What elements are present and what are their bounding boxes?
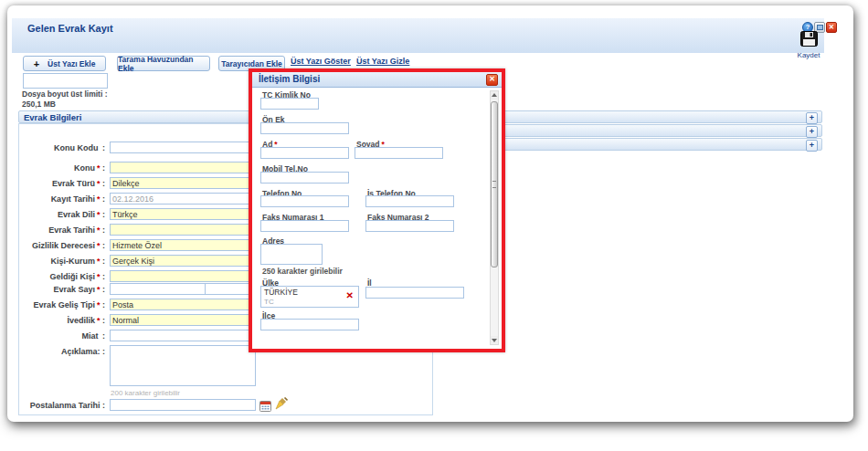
ulke-combo[interactable]: TÜRKİYE TC ✕ [260, 286, 359, 308]
evrak-dili-input[interactable] [110, 208, 267, 220]
expand-plus-icon[interactable]: + [806, 112, 818, 124]
ulke-value: TÜRKİYE [264, 288, 298, 297]
kayit-tarihi-input[interactable] [110, 193, 267, 205]
postalanma-tarihi-input[interactable] [110, 399, 256, 411]
evrak-turu-label: Evrak Türü* [20, 179, 105, 188]
miat-input[interactable] [110, 330, 267, 341]
kisi-kurum-input[interactable] [110, 255, 267, 267]
miat-label: Miat [20, 331, 105, 341]
mobil-tel-input[interactable] [260, 172, 349, 184]
evrak-bilgileri-title: Evrak Bilgileri [24, 112, 81, 122]
scanner-label: Tarayıcıdan Ekle [221, 59, 281, 68]
aciklama-charnote: 200 karakter girilebilir [111, 389, 180, 397]
scroll-down-icon[interactable] [491, 336, 498, 344]
ilce-input[interactable] [260, 319, 359, 330]
expand-plus-icon[interactable]: + [806, 126, 818, 138]
aciklama-label: Açıklama: [20, 347, 105, 356]
evrak-turu-input[interactable] [110, 177, 267, 189]
evrak-tarihi-label: Evrak Tarihi* [20, 226, 105, 235]
modal-close-icon[interactable]: ✕ [486, 74, 498, 86]
modal-title: İletişim Bilgisi [259, 74, 320, 84]
faks2-input[interactable] [365, 220, 454, 232]
scroll-up-icon[interactable] [491, 91, 498, 100]
restore-glyph [817, 25, 823, 30]
ivedilik-input[interactable] [110, 314, 267, 326]
clear-date-broom-icon[interactable] [274, 397, 287, 410]
ulke-clear-icon[interactable]: ✕ [346, 291, 354, 300]
kisi-kurum-label: Kişi-Kurum* [20, 257, 105, 266]
geldigi-kisi-label: Geldiği Kişi* [20, 272, 105, 281]
ulke-code: TC [264, 298, 274, 306]
add-cover-letter-button[interactable]: + Üst Yazı Ekle [23, 56, 106, 71]
scan-pool-button[interactable]: Tarama Havuzundan Ekle [117, 56, 210, 71]
on-ek-input[interactable] [260, 122, 349, 134]
aciklama-textarea[interactable] [110, 345, 256, 386]
ad-input[interactable] [260, 147, 349, 159]
scrollbar-thumb[interactable] [491, 101, 498, 267]
scrollbar-grip [492, 181, 496, 188]
tc-kimlik-input[interactable] [260, 98, 319, 110]
hide-cover-letter-link[interactable]: Üst Yazı Gizle [356, 57, 409, 66]
save-button[interactable]: Kaydet [789, 31, 828, 59]
expand-plus-icon[interactable]: + [806, 140, 818, 152]
faks1-input[interactable] [260, 220, 349, 232]
konu-input[interactable] [110, 162, 267, 173]
modal-scrollbar[interactable] [490, 90, 499, 345]
adres-textarea[interactable] [260, 244, 323, 265]
red-highlight-frame: İletişim Bilgisi ✕ TC Kimlik No Ön Ek Ad… [249, 68, 505, 352]
screen: Gelen Evrak Kayıt ? ✕ Kaydet + Üst Yazı … [0, 0, 868, 451]
ivedilik-label: İvedilik* [20, 316, 105, 325]
evrak-gelis-tipi-label: Evrak Geliş Tipi* [20, 300, 105, 309]
app-window: Gelen Evrak Kayıt ? ✕ Kaydet + Üst Yazı … [7, 5, 853, 422]
upload-file-box[interactable] [23, 73, 108, 89]
gizlilik-derecesi-label: Gizlilik Derecesi* [20, 241, 105, 250]
iletisim-bilgisi-modal: İletişim Bilgisi ✕ TC Kimlik No Ön Ek Ad… [252, 72, 502, 349]
show-cover-letter-link[interactable]: Üst Yazı Göster [291, 57, 351, 66]
adres-charnote: 250 karakter girilebilir [262, 267, 343, 276]
evrak-sayi-group [110, 283, 267, 295]
evrak-gelis-tipi-input[interactable] [110, 299, 267, 310]
plus-icon: + [34, 58, 39, 69]
modal-header[interactable]: İletişim Bilgisi [252, 72, 502, 88]
il-input[interactable] [365, 287, 464, 299]
calendar-icon[interactable] [259, 399, 272, 412]
postalanma-tarihi-label: Postalanma Tarihi [20, 401, 105, 410]
file-limit-note: Dosya boyut üst limiti : 250,1 MB [22, 89, 122, 109]
is-telefon-input[interactable] [365, 195, 454, 207]
kayit-tarihi-label: Kayıt Tarihi* [20, 194, 105, 204]
konu-kodu-input[interactable] [110, 142, 267, 153]
evrak-dili-label: Evrak Dili* [20, 210, 105, 219]
gizlilik-derecesi-input[interactable] [110, 239, 267, 251]
scan-pool-label: Tarama Havuzundan Ekle [118, 55, 209, 73]
save-button-label: Kaydet [789, 51, 828, 59]
telefon-no-input[interactable] [260, 195, 349, 207]
geldigi-kisi-input[interactable] [110, 270, 267, 282]
evrak-sayi-input-1[interactable] [111, 284, 206, 294]
soyad-input[interactable] [355, 147, 443, 159]
konu-kodu-label: Konu Kodu [20, 143, 105, 152]
evrak-tarihi-input[interactable] [110, 224, 267, 236]
add-cover-letter-label: Üst Yazı Ekle [48, 59, 95, 68]
konu-label: Konu* [20, 163, 105, 173]
floppy-disk-icon [800, 31, 818, 47]
page-title: Gelen Evrak Kayıt [27, 23, 113, 34]
title-band [12, 18, 824, 53]
evrak-sayi-label: Evrak Sayı* [20, 285, 105, 294]
